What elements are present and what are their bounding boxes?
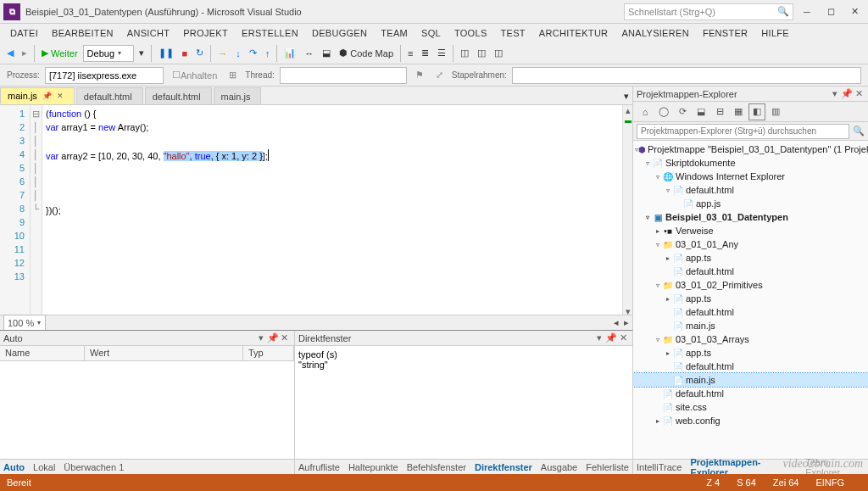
rtab-team[interactable]: Team Explorer xyxy=(805,457,865,475)
menu-projekt[interactable]: PROJEKT xyxy=(176,26,235,40)
stack-combo[interactable] xyxy=(512,67,861,84)
tb-icon3[interactable]: ⬓ xyxy=(319,45,334,62)
tb-comment[interactable]: ◫ xyxy=(457,45,472,62)
code-editor[interactable]: 12345678910111213 ⊟││││││└ (function () … xyxy=(0,105,632,315)
btab-watch[interactable]: Überwachen 1 xyxy=(64,462,124,472)
direkt-body[interactable]: typeof (s) "string" xyxy=(295,346,632,459)
tree-item[interactable]: 📄default.html xyxy=(633,305,868,319)
stop-button[interactable]: ■ xyxy=(179,45,192,62)
tree-item[interactable]: 📄default.html xyxy=(633,387,868,400)
rtab-explorer[interactable]: Projektmappen-Explorer xyxy=(690,457,797,475)
tb-format2[interactable]: ≣ xyxy=(418,45,432,62)
exp-properties-icon[interactable]: ◧ xyxy=(748,103,765,120)
process-combo[interactable]: [7172] iisexpress.exe xyxy=(45,67,164,84)
tree-item[interactable]: ▸•■Verweise xyxy=(633,224,868,237)
rtab-intellitrace[interactable]: IntelliTrace xyxy=(637,462,682,472)
tree-item[interactable]: 📄main.js xyxy=(633,373,868,387)
expand-icon[interactable]: ▿ xyxy=(643,159,652,167)
platform-combo[interactable]: ▾ xyxy=(136,45,147,62)
thread-icon[interactable]: ⊞ xyxy=(225,67,240,84)
menu-debuggen[interactable]: DEBUGGEN xyxy=(305,26,374,40)
menu-ansicht[interactable]: ANSICHT xyxy=(120,26,176,40)
nav-fwd-button[interactable]: ▸ xyxy=(19,45,31,62)
btab-callstack[interactable]: Aufrufliste xyxy=(298,462,340,472)
code-text[interactable]: (function () { var array1 = new Array();… xyxy=(42,105,622,315)
tree-item[interactable]: 📄default.html xyxy=(633,265,868,278)
tb-uncomment[interactable]: ◫ xyxy=(474,45,489,62)
exp-sync-icon[interactable]: ⟳ xyxy=(674,103,691,120)
thread-combo[interactable] xyxy=(280,67,407,84)
tree-item[interactable]: ▿▣Beispiel_03_01_Datentypen xyxy=(633,210,868,224)
tb-bookmark[interactable]: ◫ xyxy=(491,45,506,62)
tb-icon2[interactable]: ↔ xyxy=(301,45,317,62)
tab-defaulthtml-2[interactable]: default.html xyxy=(145,87,212,104)
tree-item[interactable]: ▿📁03_01_01_Any xyxy=(633,237,868,251)
tb-format1[interactable]: ≡ xyxy=(404,45,416,62)
panel-pin-icon[interactable]: 📌 xyxy=(267,332,279,343)
hscroll-right[interactable]: ▸ xyxy=(624,317,629,328)
close-icon[interactable]: ✕ xyxy=(57,92,64,100)
col-type[interactable]: Typ xyxy=(243,346,294,360)
tb-icon1[interactable]: 📊 xyxy=(281,45,299,62)
tab-mainjs-active[interactable]: main.js📌✕ xyxy=(0,87,75,104)
btab-errors[interactable]: Fehlerliste xyxy=(586,462,629,472)
menu-analysieren[interactable]: ANALYSIEREN xyxy=(615,26,696,40)
minimize-button[interactable]: ─ xyxy=(797,3,817,20)
stack-icon[interactable]: ⤢ xyxy=(432,67,447,84)
expand-icon[interactable]: ▿ xyxy=(664,187,672,194)
step-out-button[interactable]: ↑ xyxy=(262,45,274,62)
exp-collapse-icon[interactable]: ⊟ xyxy=(711,103,728,120)
tree-item[interactable]: ▸📄app.ts xyxy=(633,292,868,305)
nav-back-button[interactable]: ◀ xyxy=(3,45,17,62)
expand-icon[interactable]: ▸ xyxy=(654,227,662,235)
codemap-button[interactable]: ⬢ Code Map xyxy=(336,45,397,62)
col-name[interactable]: Name xyxy=(0,346,85,360)
menu-erstellen[interactable]: ERSTELLEN xyxy=(235,26,305,40)
tree-solution-root[interactable]: ▿ ⬢ Projektmappe "Beispiel_03_01_Datenty… xyxy=(633,142,868,156)
tree-item[interactable]: ▸📄web.config xyxy=(633,414,868,427)
suspend-check[interactable]: ☐ Anhalten xyxy=(169,67,220,84)
tree-item[interactable]: ▸📄app.ts xyxy=(633,251,868,265)
menu-team[interactable]: TEAM xyxy=(374,26,415,40)
continue-button[interactable]: ▶ Weiter xyxy=(38,45,81,62)
explorer-search-input[interactable] xyxy=(637,124,849,139)
outline-column[interactable]: ⊟││││││└ xyxy=(31,105,42,315)
expand-icon[interactable]: ▸ xyxy=(664,349,672,357)
tree-item[interactable]: ▿📄default.html xyxy=(633,183,868,197)
exp-showall-icon[interactable]: ▦ xyxy=(730,103,747,120)
exp-refresh-icon[interactable]: ⬓ xyxy=(693,103,709,120)
menu-test[interactable]: TEST xyxy=(494,26,532,40)
panel-close-icon[interactable]: ✕ xyxy=(617,332,629,343)
exp-back-icon[interactable]: ◯ xyxy=(655,103,672,120)
menu-bearbeiten[interactable]: BEARBEITEN xyxy=(45,26,120,40)
panel-dropdown[interactable]: ▾ xyxy=(593,332,605,343)
tree-item[interactable]: 📄app.js xyxy=(633,197,868,210)
close-button[interactable]: ✕ xyxy=(844,3,865,20)
expand-icon[interactable]: ▸ xyxy=(664,295,672,303)
restore-button[interactable]: ◻ xyxy=(821,3,841,20)
step-into-button[interactable]: ↓ xyxy=(232,45,244,62)
tree-item[interactable]: 📄main.js xyxy=(633,319,868,332)
expand-icon[interactable]: ▸ xyxy=(664,254,672,262)
menu-datei[interactable]: DATEI xyxy=(3,26,45,40)
panel-close-icon[interactable]: ✕ xyxy=(853,88,865,99)
menu-architektur[interactable]: ARCHITEKTUR xyxy=(532,26,615,40)
pause-button[interactable]: ❚❚ xyxy=(155,45,177,62)
expand-icon[interactable]: ▿ xyxy=(654,282,662,289)
menu-fenster[interactable]: FENSTER xyxy=(696,26,754,40)
pin-icon[interactable]: 📌 xyxy=(42,92,52,100)
exp-home-icon[interactable]: ⌂ xyxy=(637,103,654,120)
panel-close-icon[interactable]: ✕ xyxy=(279,332,291,343)
expand-icon[interactable]: ▿ xyxy=(643,214,652,221)
panel-dropdown[interactable]: ▾ xyxy=(255,332,267,343)
panel-pin-icon[interactable]: 📌 xyxy=(605,332,617,343)
col-value[interactable]: Wert xyxy=(85,346,243,360)
expand-icon[interactable]: ▿ xyxy=(654,336,662,343)
btab-auto[interactable]: Auto xyxy=(3,462,25,472)
menu-sql[interactable]: SQL xyxy=(415,26,448,40)
quicklaunch-search[interactable]: Schnellstart (Strg+Q)🔍 xyxy=(624,3,793,20)
expand-icon[interactable]: ▸ xyxy=(654,417,662,425)
expand-icon[interactable]: ▿ xyxy=(654,241,662,248)
tree-item[interactable]: 📄default.html xyxy=(633,360,868,373)
expand-icon[interactable]: ▿ xyxy=(654,173,662,181)
